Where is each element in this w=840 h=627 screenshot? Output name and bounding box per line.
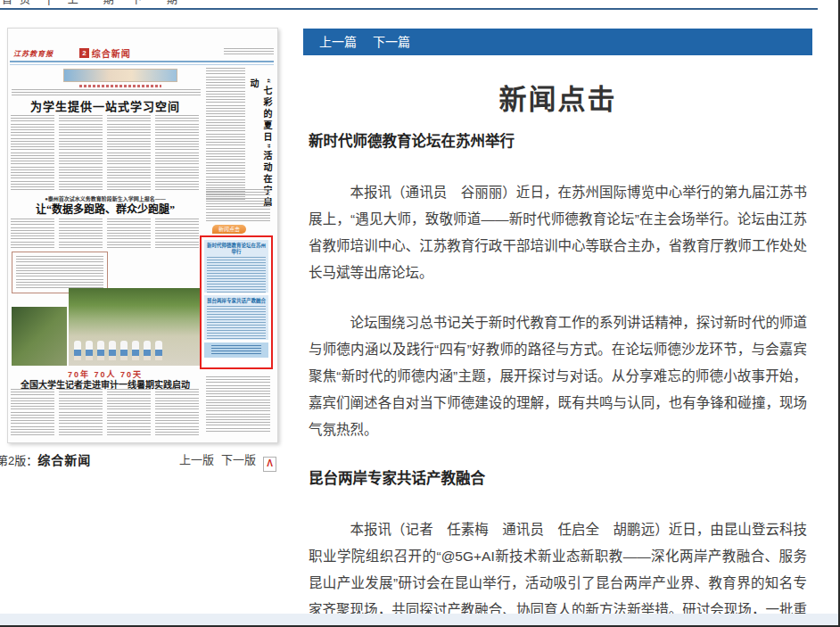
text-column-decoration — [155, 219, 199, 249]
right-column-text-decoration — [206, 68, 245, 202]
article-paragraph: 论坛围绕习总书记关于新时代教育工作的系列讲话精神，探讨新时代的师道与师德内涵以及… — [309, 309, 807, 443]
banner-caption-decoration — [79, 85, 161, 87]
text-column-decoration — [59, 115, 103, 192]
article-title: 新闻点击 — [309, 77, 807, 117]
article-box-3 — [204, 342, 268, 358]
text-column-decoration — [59, 219, 103, 249]
article-heading-1: 新时代师德教育论坛在苏州举行 — [309, 129, 807, 151]
page-navigation-row: 第2版：综合新闻 上一版下一版Λ — [0, 450, 282, 468]
article-paragraph: 本报讯（记者 任素梅 通讯员 任启全 胡鹏远）近日，由昆山登云科技职业学院组织召… — [309, 516, 807, 627]
text-column-decoration — [155, 115, 199, 192]
right-column-text-decoration — [206, 189, 270, 221]
top-nav-cropped[interactable]: 首页 | 上一期 下一期 — [2, 0, 234, 5]
text-column-decoration — [107, 115, 151, 192]
article-box-1-heading: 新时代师德教育论坛在苏州举行 — [207, 243, 266, 255]
text-column-decoration — [155, 389, 199, 435]
text-lines-decoration — [211, 345, 261, 354]
text-column-decoration — [107, 389, 151, 435]
section-number-badge: 2 — [79, 48, 88, 58]
news-photo-small — [12, 307, 67, 366]
newspaper-page-thumbnail[interactable]: 江苏教育报 2综合新闻 为学生提供一站式学习空间 ●泰州首次试水义务教育阶段新生… — [7, 28, 278, 443]
article-content: 新闻点击 新时代师德教育论坛在苏州举行 本报讯（通讯员 谷丽丽）近日，在苏州国际… — [303, 55, 812, 627]
article-paragraph: 本报讯（通讯员 谷丽丽）近日，在苏州国际博览中心举行的第九届江苏书展上，“遇见大… — [309, 179, 807, 286]
selected-article-highlight[interactable]: 新时代师德教育论坛在苏州举行 昆台两岸专家共话产教融合 — [200, 235, 273, 369]
next-page-link[interactable]: 下一版 — [221, 453, 256, 466]
text-lines-decoration — [207, 306, 266, 340]
text-column-decoration — [11, 115, 54, 192]
text-column-decoration — [59, 389, 103, 435]
prev-page-link[interactable]: 上一版 — [179, 453, 214, 466]
text-column-decoration — [11, 219, 54, 249]
masthead-rule-light — [10, 64, 274, 65]
thumb-headline-mid: 让“数据多跑路、群众少跑腿” — [8, 201, 202, 217]
top-divider-line — [0, 8, 818, 10]
text-lines-decoration — [16, 256, 103, 289]
text-lines-decoration — [207, 257, 266, 293]
banner-image — [63, 69, 177, 82]
text-column-decoration — [11, 389, 54, 435]
prev-article-link[interactable]: 上一篇 — [319, 35, 357, 49]
top-nav-label: 首页 | 上一期 下一期 — [2, 0, 234, 5]
pull-quote-box — [12, 252, 108, 293]
article-box-2-heading: 昆台两岸专家共话产教融合 — [207, 298, 266, 304]
article-toolbar: 上一篇 下一篇 — [303, 29, 812, 55]
text-column-decoration — [107, 219, 151, 249]
news-photo-children — [69, 288, 202, 366]
next-article-link[interactable]: 下一篇 — [373, 35, 410, 49]
page-label-prefix: 第2版： — [0, 454, 37, 467]
footer-band — [0, 614, 838, 625]
article-box-1: 新时代师德教育论坛在苏州举行 — [204, 240, 268, 293]
photo-figures-decoration — [74, 341, 199, 360]
right-column-text-decoration — [206, 376, 270, 432]
masthead-rule — [10, 61, 274, 62]
section-header: 2综合新闻 — [8, 46, 202, 60]
page-label: 第2版：综合新闻 — [0, 450, 91, 468]
page-label-section: 综合新闻 — [37, 453, 91, 467]
page-nav-links: 上一版下一版Λ — [179, 450, 276, 472]
section-title: 综合新闻 — [92, 46, 131, 60]
pdf-icon[interactable]: Λ — [263, 457, 276, 472]
article-heading-2: 昆台两岸专家共话产教融合 — [309, 466, 807, 488]
article-box-2: 昆台两岸专家共话产教融合 — [204, 295, 268, 340]
column-tag-badge: 新闻点击 — [212, 225, 246, 234]
date-lines-decoration — [224, 48, 274, 56]
thumb-headline-main: 为学生提供一站式学习空间 — [8, 97, 202, 114]
intro-text-decoration — [12, 89, 201, 95]
